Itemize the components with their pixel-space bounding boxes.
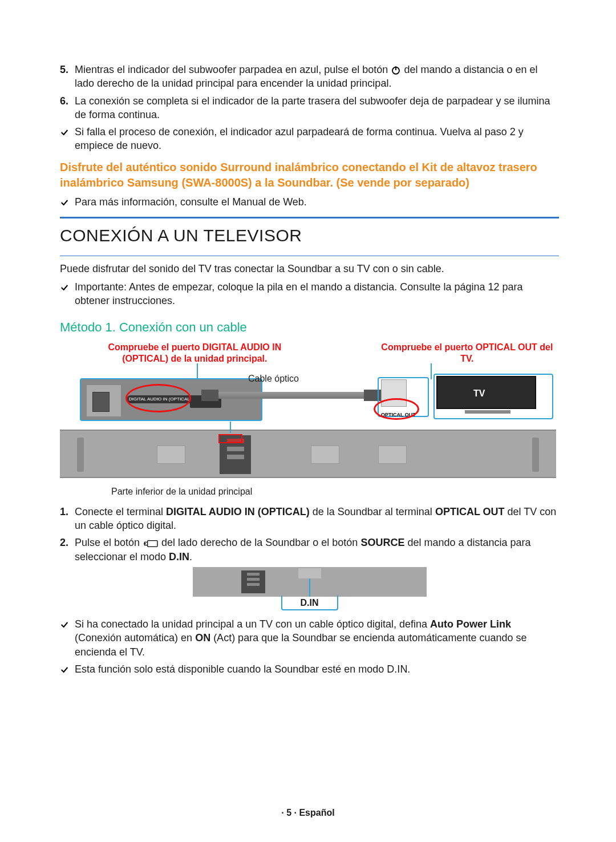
text-bold: Auto Power Link [430,618,511,630]
label-check-port-tv: Compruebe el puerto OPTICAL OUT del TV. [375,342,559,365]
text-fragment: del lado derecho de la Soundbar o el bot… [159,537,360,548]
text-bold: SOURCE [360,537,404,548]
step-6: 6. La conexión se completa si el indicad… [60,94,559,122]
step-number: 2. [60,536,75,564]
note-list: Importante: Antes de empezar, coloque la… [60,280,559,308]
power-icon [391,65,401,75]
check-icon [60,125,75,153]
step-text: La conexión se completa si el indicador … [75,94,559,122]
din-label: D.IN [281,596,338,610]
text-fragment: (Conexión automática) en [75,632,195,643]
section-divider [60,217,559,218]
section-title: CONEXIÓN A UN TELEVISOR [60,224,559,248]
diagram-canvas: DIGITAL AUDIO IN (OPTICAL) Cable óptico … [60,367,556,481]
step-text: Mientras el indicador del subwoofer parp… [75,63,559,91]
page: 5. Mientras el indicador del subwoofer p… [0,0,616,842]
text-fragment: Pulse el botón [75,537,143,548]
notch-graphic [532,438,539,472]
label-check-port-soundbar: Compruebe el puerto DIGITAL AUDIO IN (OP… [94,342,295,365]
note-text: Esta función solo está disponible cuando… [75,662,559,676]
port-graphic [227,447,244,451]
continuation-steps: 5. Mientras el indicador del subwoofer p… [60,63,559,122]
port-block [220,435,251,474]
text-fragment: de la Soundbar al terminal [310,506,435,517]
note-text: Para más información, consulte el Manual… [75,195,559,209]
step-1: 1. Conecte el terminal DIGITAL AUDIO IN … [60,505,559,533]
port-block [241,570,265,593]
text-fragment: Mientras el indicador del subwoofer parp… [75,64,391,75]
method-title: Método 1. Conexión con un cable [60,319,559,336]
tv-stand [465,410,510,414]
tv-screen [436,376,536,409]
note-list: Si falla el proceso de conexión, el indi… [60,125,559,153]
check-icon [60,195,75,209]
note-item: Si falla el proceso de conexión, el indi… [60,125,559,153]
din-diagram: D.IN [193,567,427,612]
slot-graphic [311,446,339,464]
check-icon [60,617,75,659]
note-item: Si ha conectado la unidad principal a un… [60,617,559,659]
note-item: Esta función solo está disponible cuando… [60,662,559,676]
highlight-circle [125,384,191,412]
leader-line [230,422,231,433]
port-graphic [92,392,110,412]
port-graphic [227,455,244,459]
text-bold: D.IN [169,551,189,562]
text-fragment: Si ha conectado la unidad principal a un… [75,618,430,630]
text-fragment: Conecte el terminal [75,506,166,517]
note-item: Para más información, consulte el Manual… [60,195,559,209]
note-list: Si ha conectado la unidad principal a un… [60,617,559,676]
svg-rect-2 [148,540,157,547]
highlight-orange: Disfrute del auténtico sonido Surround i… [60,160,559,191]
footer-text: · 5 · Español [281,808,334,817]
note-text: Importante: Antes de empezar, coloque la… [75,280,559,308]
step-5: 5. Mientras el indicador del subwoofer p… [60,63,559,91]
text-bold: DIGITAL AUDIO IN (OPTICAL) [166,506,310,517]
slot-graphic [298,568,321,578]
leader-line [197,363,198,379]
leader-line [309,578,310,597]
source-icon [143,539,159,548]
tv-label: TV [473,387,485,400]
connection-diagram: Compruebe el puerto DIGITAL AUDIO IN (OP… [60,342,559,498]
step-text: Pulse el botón del lado derecho de la So… [75,536,559,564]
note-text: Si ha conectado la unidad principal a un… [75,617,559,659]
step-text: Conecte el terminal DIGITAL AUDIO IN (OP… [75,505,559,533]
note-text: Si falla el proceso de conexión, el indi… [75,125,559,153]
slot-graphic [378,446,407,464]
page-footer: · 5 · Español [0,807,616,819]
diagram-labels: Compruebe el puerto DIGITAL AUDIO IN (OP… [60,342,559,365]
optical-cable-graphic [213,392,370,399]
check-icon [60,662,75,676]
cable-label: Cable óptico [248,373,299,385]
connection-steps: 1. Conecte el terminal DIGITAL AUDIO IN … [60,505,559,564]
step-number: 5. [60,63,75,91]
diagram-caption: Parte inferior de la unidad principal [111,485,559,498]
step-number: 6. [60,94,75,122]
port-graphic [227,439,244,443]
text-bold: OPTICAL OUT [435,506,505,517]
check-icon [60,280,75,308]
slot-graphic [157,446,185,464]
note-list: Para más información, consulte el Manual… [60,195,559,209]
note-item: Importante: Antes de empezar, coloque la… [60,280,559,308]
section-divider [60,256,559,256]
leader-line [431,363,432,379]
step-number: 1. [60,505,75,533]
notch-graphic [77,438,84,472]
text-fragment: . [189,551,192,562]
step-2: 2. Pulse el botón del lado derecho de la… [60,536,559,564]
highlight-circle [374,398,419,420]
soundbar-bottom-view [60,430,556,478]
text-bold: ON [195,632,210,643]
panel-graphic [87,385,121,416]
section-intro: Puede disfrutar del sonido del TV tras c… [60,262,559,276]
